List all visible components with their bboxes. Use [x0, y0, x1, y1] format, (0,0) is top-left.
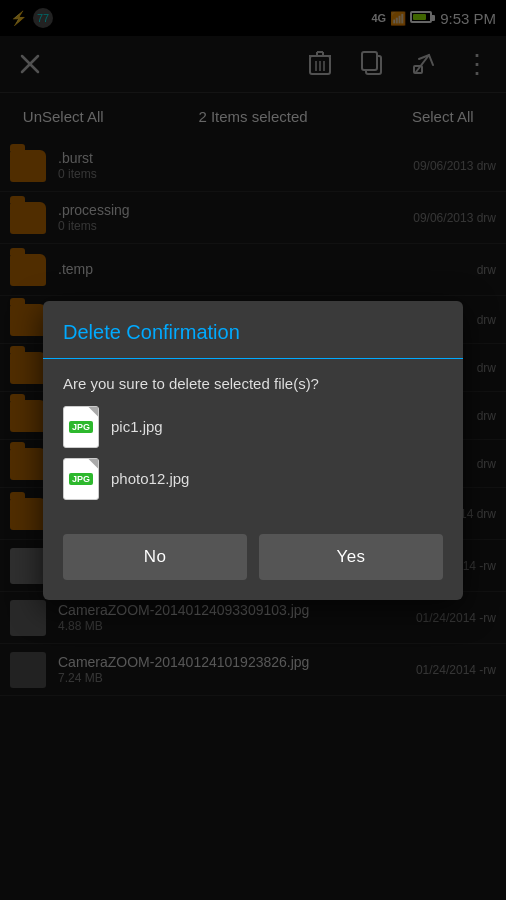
modal-question: Are you sure to delete selected file(s)? — [63, 375, 443, 392]
modal-file-1: JPG pic1.jpg — [63, 406, 443, 448]
delete-confirmation-modal: Delete Confirmation Are you sure to dele… — [43, 301, 463, 600]
modal-buttons: No Yes — [43, 526, 463, 600]
modal-overlay: Delete Confirmation Are you sure to dele… — [0, 0, 506, 900]
jpg-file-icon-1: JPG — [63, 406, 99, 448]
jpg-badge: JPG — [69, 473, 93, 485]
modal-filename-1: pic1.jpg — [111, 418, 163, 435]
jpg-file-icon-2: JPG — [63, 458, 99, 500]
modal-body: Are you sure to delete selected file(s)?… — [43, 359, 463, 526]
yes-button[interactable]: Yes — [259, 534, 443, 580]
modal-file-2: JPG photo12.jpg — [63, 458, 443, 500]
jpg-badge: JPG — [69, 421, 93, 433]
modal-filename-2: photo12.jpg — [111, 470, 189, 487]
no-button[interactable]: No — [63, 534, 247, 580]
modal-title: Delete Confirmation — [43, 301, 463, 359]
